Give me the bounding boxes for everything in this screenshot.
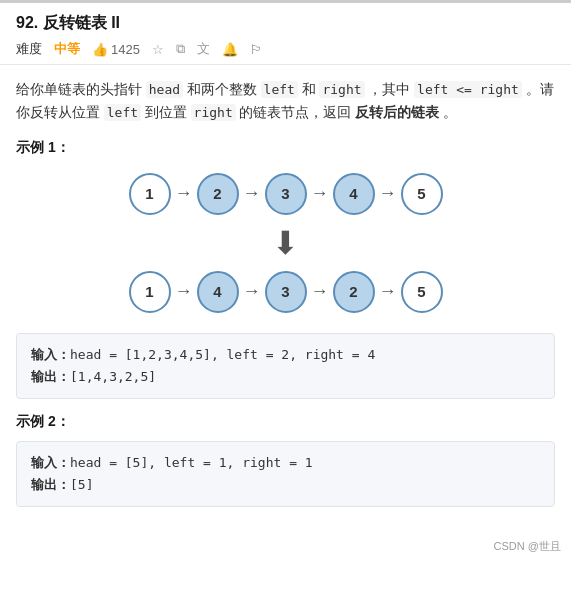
copy-icon[interactable]: ⧉ (176, 41, 185, 57)
example1-input-label: 输入： (31, 347, 70, 362)
desc-condition: left <= right (414, 81, 522, 98)
after-list-row: 1 → 4 → 3 → 2 → 5 (129, 271, 443, 313)
diagram-container: 1 → 2 → 3 → 4 → 5 ⬇ 1 → 4 → 3 → (16, 167, 555, 319)
before-list-row: 1 → 2 → 3 → 4 → 5 (129, 173, 443, 215)
example1-output-line: 输出：[1,4,3,2,5] (31, 366, 540, 388)
arrow-a2: → (243, 281, 261, 302)
problem-number: 92. (16, 14, 38, 31)
main-content: 给你单链表的头指针 head 和两个整数 left 和 right ，其中 le… (0, 65, 571, 535)
example2-output-label: 输出： (31, 477, 70, 492)
arrow-2: → (243, 183, 261, 204)
node-before-1: 1 (129, 173, 171, 215)
node-after-3: 3 (265, 271, 307, 313)
difficulty-badge: 中等 (54, 40, 80, 58)
node-after-2: 2 (333, 271, 375, 313)
example1-output-label: 输出： (31, 369, 70, 384)
node-after-4: 4 (197, 271, 239, 313)
desc-head: head (146, 81, 183, 98)
example1-output-value: [1,4,3,2,5] (70, 369, 156, 384)
arrow-a3: → (311, 281, 329, 302)
star-icon[interactable]: ☆ (152, 42, 164, 57)
bell-icon[interactable]: 🔔 (222, 42, 238, 57)
node-before-2: 2 (197, 173, 239, 215)
example2-title: 示例 2： (16, 413, 555, 431)
problem-title: 92. 反转链表 II (16, 13, 555, 34)
problem-description: 给你单链表的头指针 head 和两个整数 left 和 right ，其中 le… (16, 79, 555, 125)
problem-name: 反转链表 II (43, 14, 120, 31)
likes-section[interactable]: 👍 1425 (92, 42, 140, 57)
example2-code: 输入：head = [5], left = 1, right = 1 输出：[5… (16, 441, 555, 507)
example2-input-line: 输入：head = [5], left = 1, right = 1 (31, 452, 540, 474)
example2-output-value: [5] (70, 477, 93, 492)
example2-input-label: 输入： (31, 455, 70, 470)
problem-header: 92. 反转链表 II 难度 中等 👍 1425 ☆ ⧉ 文 🔔 🏳 (0, 3, 571, 65)
arrow-a4: → (379, 281, 397, 302)
down-arrow-container: ⬇ (272, 221, 299, 265)
example1-input-value: head = [1,2,3,4,5], left = 2, right = 4 (70, 347, 375, 362)
arrow-1: → (175, 183, 193, 204)
node-before-4: 4 (333, 173, 375, 215)
example2-section: 示例 2： 输入：head = [5], left = 1, right = 1… (16, 413, 555, 507)
example2-input-value: head = [5], left = 1, right = 1 (70, 455, 313, 470)
thumb-up-icon: 👍 (92, 42, 108, 57)
example1-code: 输入：head = [1,2,3,4,5], left = 2, right =… (16, 333, 555, 399)
arrow-4: → (379, 183, 397, 204)
arrow-a1: → (175, 281, 193, 302)
translate-icon[interactable]: 文 (197, 40, 210, 58)
desc-left2: left (104, 104, 141, 121)
credit-text: CSDN @世且 (494, 540, 561, 552)
down-arrow-icon: ⬇ (272, 227, 299, 259)
node-after-1: 1 (129, 271, 171, 313)
node-after-5: 5 (401, 271, 443, 313)
example2-output-line: 输出：[5] (31, 474, 540, 496)
example1-section: 示例 1： 1 → 2 → 3 → 4 → 5 ⬇ 1 → 4 (16, 139, 555, 399)
desc-right: right (319, 81, 364, 98)
likes-count: 1425 (111, 42, 140, 57)
example1-title: 示例 1： (16, 139, 555, 157)
meta-row: 难度 中等 👍 1425 ☆ ⧉ 文 🔔 🏳 (16, 40, 555, 58)
arrow-3: → (311, 183, 329, 204)
node-before-3: 3 (265, 173, 307, 215)
example1-input-line: 输入：head = [1,2,3,4,5], left = 2, right =… (31, 344, 540, 366)
node-before-5: 5 (401, 173, 443, 215)
footer-credit: CSDN @世且 (0, 535, 571, 558)
bookmark-icon[interactable]: 🏳 (250, 42, 263, 57)
difficulty-label: 难度 (16, 40, 42, 58)
desc-right2: right (191, 104, 236, 121)
desc-left: left (261, 81, 298, 98)
desc-bold: 反转后的链表 (355, 105, 439, 120)
